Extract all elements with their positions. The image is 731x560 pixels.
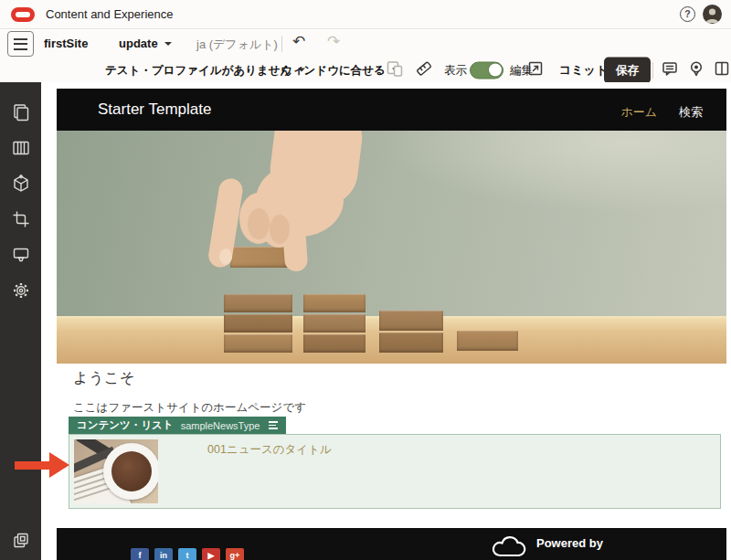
site-nav: ホーム 検索	[620, 104, 703, 121]
fit-window-label: ウィンドウに合せる	[281, 62, 386, 78]
site-brand: Starter Template	[98, 100, 211, 119]
fit-window-dropdown[interactable]: ウィンドウに合せる	[281, 62, 399, 78]
sidebar-item-components[interactable]	[0, 174, 41, 195]
editor-bar: firstSite update ja (デフォルト) ↶ ↷	[0, 30, 731, 58]
content-list-label[interactable]: コンテンツ・リスト sampleNewsType	[69, 417, 286, 434]
sidebar-item-theme[interactable]	[0, 245, 41, 267]
facebook-icon[interactable]: f	[131, 548, 149, 560]
coffee-cup-photo	[103, 443, 158, 500]
side-panel-icon[interactable]	[714, 60, 730, 80]
youtube-icon[interactable]: ▶	[202, 548, 220, 560]
editor-sidebar	[0, 82, 41, 560]
sidebar-item-duplicate[interactable]	[0, 531, 41, 551]
hero-image	[57, 131, 726, 364]
linkedin-icon[interactable]: in	[154, 548, 173, 560]
oracle-logo-icon	[11, 7, 35, 22]
layout-columns-icon	[11, 138, 31, 158]
coffee-photo	[111, 451, 152, 491]
powered-by-label: Powered by	[536, 536, 603, 550]
site-preview: Starter Template ホーム 検索	[57, 82, 726, 560]
editor-chrome: firstSite update ja (デフォルト) ↶ ↷ テスト・プロファ…	[0, 30, 731, 82]
sidebar-item-settings[interactable]	[0, 280, 41, 302]
sidebar-item-crop[interactable]	[0, 209, 41, 231]
view-edit-toggle[interactable]	[470, 61, 503, 79]
view-mode-label: 表示	[444, 62, 467, 78]
nav-item-search[interactable]: 検索	[679, 104, 703, 121]
components-cube-icon	[11, 174, 31, 194]
cloud-icon	[491, 534, 527, 559]
undo-icon[interactable]: ↶	[292, 32, 305, 51]
duplicate-icon	[11, 531, 31, 551]
divider	[652, 62, 653, 79]
app-topbar: Content and Experience ?	[0, 0, 731, 29]
news-item-thumbnail	[74, 439, 158, 503]
twitter-icon[interactable]: t	[178, 548, 196, 560]
language-label: ja (デフォルト)	[196, 37, 278, 53]
open-preview-icon[interactable]	[527, 60, 544, 80]
person-icon	[703, 5, 722, 24]
redo-icon: ↷	[327, 32, 340, 51]
content-type-name: sampleNewsType	[181, 420, 260, 431]
crop-icon	[11, 209, 31, 229]
theme-icon	[11, 245, 31, 265]
editor-canvas: Starter Template ホーム 検索	[41, 82, 731, 560]
commit-button[interactable]: コミット	[559, 62, 608, 79]
component-menu-icon[interactable]	[269, 421, 278, 429]
component-type-label: コンテンツ・リスト	[77, 418, 174, 432]
ruler-icon[interactable]	[416, 60, 432, 80]
nav-item-home[interactable]: ホーム	[620, 104, 657, 121]
chevron-down-icon	[164, 42, 172, 46]
news-item-title[interactable]: 001ニュースのタイトル	[207, 442, 332, 458]
settings-gear-icon	[11, 280, 31, 301]
welcome-text: ここはファーストサイトのホームページです	[73, 400, 306, 416]
social-icons: f in t ▶ g+	[131, 548, 244, 560]
toggle-knob	[489, 64, 502, 77]
hamburger-menu-button[interactable]	[7, 31, 34, 57]
divider	[281, 36, 282, 52]
test-profile-dropdown[interactable]: テスト・プロファイルがありません	[105, 62, 305, 78]
help-icon[interactable]: ?	[680, 6, 695, 22]
sidebar-item-section-layouts[interactable]	[0, 138, 41, 160]
editor-toolbar: テスト・プロファイルがありません ウィンドウに合せる 表示 編集	[0, 58, 731, 82]
user-avatar[interactable]	[703, 5, 722, 24]
update-label: update	[119, 37, 158, 50]
responsive-devices-icon	[387, 60, 403, 80]
comments-icon[interactable]	[662, 60, 678, 80]
googleplus-icon[interactable]: g+	[226, 548, 244, 560]
app-title: Content and Experience	[46, 7, 173, 21]
site-name: firstSite	[44, 37, 88, 50]
content-list-panel[interactable]: 001ニュースのタイトル	[69, 434, 721, 509]
location-pin-icon[interactable]	[688, 60, 705, 80]
sidebar-item-pages[interactable]	[0, 102, 41, 124]
pages-icon	[11, 102, 31, 122]
test-profile-label: テスト・プロファイルがありません	[105, 62, 291, 78]
welcome-heading: ようこそ	[73, 368, 135, 388]
site-header: Starter Template ホーム 検索	[57, 89, 726, 131]
save-button[interactable]: 保存	[604, 57, 651, 83]
hand-photo	[57, 131, 726, 364]
site-footer: f in t ▶ g+ Powered by	[57, 528, 726, 560]
red-pointer-arrow	[15, 452, 69, 478]
update-dropdown[interactable]: update	[119, 37, 172, 50]
